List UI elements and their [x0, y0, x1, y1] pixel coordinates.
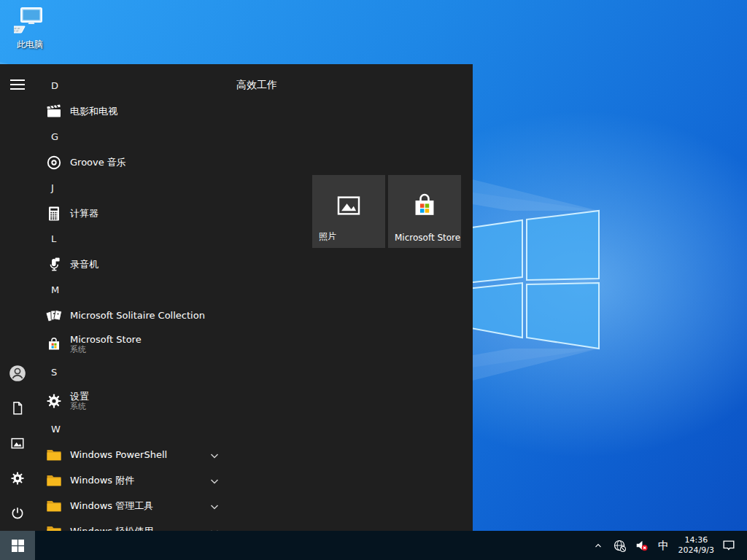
groove-music-icon: [45, 154, 63, 171]
app-label: Groove 音乐: [70, 157, 126, 168]
letter-header-j[interactable]: J: [35, 175, 226, 201]
gear-icon: [9, 470, 26, 486]
tile-microsoft-store[interactable]: Microsoft Store: [388, 175, 461, 248]
start-app-list: D 电影和电视 G: [35, 64, 226, 531]
chevron-down-icon[interactable]: [210, 473, 219, 487]
voice-recorder-icon: [45, 256, 63, 273]
app-item-solitaire[interactable]: Microsoft Solitaire Collection: [35, 303, 226, 328]
letter-header-d[interactable]: D: [35, 73, 226, 98]
app-sublabel: 系统: [70, 345, 142, 354]
app-sublabel: 系统: [70, 402, 89, 411]
letter-label: L: [51, 233, 56, 244]
letter-label: G: [51, 131, 58, 142]
notification-center-button[interactable]: [719, 531, 738, 560]
ime-label: 中: [658, 539, 669, 553]
taskbar: 中 14:36 2024/9/3: [0, 531, 747, 560]
movies-tv-icon: [45, 103, 63, 120]
pictures-icon: [9, 435, 26, 451]
folder-item-windows-admin-tools[interactable]: Windows 管理工具: [35, 493, 226, 518]
app-label: Windows 附件: [70, 475, 134, 486]
desktop-icon-this-pc[interactable]: 此电脑: [9, 6, 51, 51]
letter-label: S: [51, 367, 57, 378]
app-label: Windows PowerShell: [70, 449, 167, 460]
start-tiles-area: 高效工作 照片: [226, 64, 473, 531]
letter-header-m[interactable]: M: [35, 277, 226, 303]
chevron-down-icon[interactable]: [210, 499, 219, 513]
folder-item-windows-powershell[interactable]: Windows PowerShell: [35, 442, 226, 467]
this-pc-icon: [14, 6, 46, 38]
settings-gear-icon: [45, 392, 63, 410]
volume-muted-icon: [635, 538, 649, 553]
desktop-icon-label: 此电脑: [9, 39, 51, 51]
user-account-button[interactable]: [0, 356, 35, 391]
system-tray: 中 14:36 2024/9/3: [589, 531, 747, 560]
letter-header-s[interactable]: S: [35, 359, 226, 385]
folder-icon: [45, 497, 63, 515]
ime-indicator-button[interactable]: 中: [654, 531, 673, 560]
globe-no-internet-icon: [613, 539, 627, 553]
document-icon: [9, 400, 26, 416]
hamburger-icon: [10, 79, 25, 90]
app-label: 设置 系统: [70, 391, 89, 411]
start-menu: D 电影和电视 G: [0, 64, 473, 531]
expand-menu-button[interactable]: [0, 67, 35, 102]
letter-label: M: [51, 284, 59, 295]
app-label: Windows 管理工具: [70, 500, 153, 511]
microsoft-store-icon: [45, 335, 63, 353]
folder-icon: [45, 472, 63, 489]
clock-date: 2024/9/3: [678, 545, 714, 556]
start-button[interactable]: [0, 531, 35, 560]
letter-label: D: [51, 80, 58, 91]
settings-button[interactable]: [0, 461, 35, 496]
start-menu-rail: [0, 64, 35, 531]
volume-button[interactable]: [632, 531, 651, 560]
app-label: Microsoft Store 系统: [70, 334, 142, 354]
power-button[interactable]: [0, 496, 35, 531]
letter-label: W: [51, 424, 61, 435]
app-label: 电影和电视: [70, 106, 117, 117]
app-label: 计算器: [70, 208, 98, 219]
app-item-microsoft-store[interactable]: Microsoft Store 系统: [35, 328, 226, 359]
documents-button[interactable]: [0, 391, 35, 426]
app-label: Windows 轻松使用: [70, 526, 153, 531]
screen: 此电脑: [0, 0, 747, 560]
user-avatar-icon: [8, 364, 27, 383]
letter-header-g[interactable]: G: [35, 124, 226, 149]
app-label: Microsoft Solitaire Collection: [70, 310, 205, 321]
power-icon: [9, 505, 26, 521]
folder-icon: [45, 523, 63, 532]
tile-label: 照片: [319, 230, 336, 243]
pictures-button[interactable]: [0, 426, 35, 461]
app-label: 录音机: [70, 259, 98, 270]
notification-center-icon: [721, 538, 736, 553]
app-item-groove-music[interactable]: Groove 音乐: [35, 149, 226, 175]
calculator-icon: [45, 205, 63, 222]
chevron-down-icon[interactable]: [210, 524, 219, 531]
tile-group-label[interactable]: 高效工作: [236, 79, 277, 92]
tile-label: Microsoft Store: [395, 233, 460, 243]
folder-item-windows-accessories[interactable]: Windows 附件: [35, 467, 226, 493]
app-item-settings[interactable]: 设置 系统: [35, 385, 226, 416]
photos-icon: [333, 190, 364, 224]
taskbar-empty-area: [35, 531, 589, 560]
clock-button[interactable]: 14:36 2024/9/3: [676, 531, 716, 560]
folder-item-windows-ease-of-access[interactable]: Windows 轻松使用: [35, 518, 226, 531]
solitaire-icon: [45, 307, 63, 324]
app-item-calculator[interactable]: 计算器: [35, 201, 226, 226]
chevron-up-icon: [593, 540, 603, 551]
show-hidden-icons-button[interactable]: [589, 531, 608, 560]
microsoft-store-icon: [409, 190, 441, 225]
network-status-button[interactable]: [611, 531, 630, 560]
letter-label: J: [51, 182, 54, 193]
letter-header-l[interactable]: L: [35, 226, 226, 252]
letter-header-w[interactable]: W: [35, 416, 226, 442]
clock-time: 14:36: [684, 535, 708, 545]
chevron-down-icon[interactable]: [210, 448, 219, 462]
windows-logo-icon: [12, 540, 24, 552]
app-item-movies-tv[interactable]: 电影和电视: [35, 98, 226, 124]
app-item-voice-recorder[interactable]: 录音机: [35, 252, 226, 277]
folder-icon: [45, 446, 63, 464]
tile-photos[interactable]: 照片: [312, 175, 385, 248]
